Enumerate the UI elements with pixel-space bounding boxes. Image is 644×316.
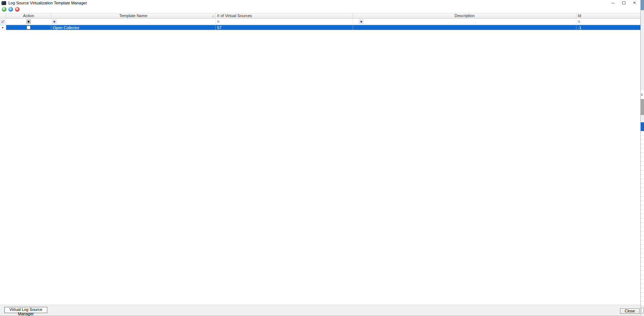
delete-template-button[interactable]: ✕ [15, 7, 20, 12]
description-cell [353, 25, 576, 30]
action-checkbox[interactable] [27, 25, 31, 29]
virtual-log-source-manager-button[interactable]: Virtual Log Source Manager [4, 307, 47, 313]
background-edge-text: c [641, 90, 644, 99]
add-template-button[interactable]: + [2, 7, 7, 12]
background-edge-panel [641, 10, 644, 90]
filter-row-indicator [0, 19, 6, 25]
background-edge-button-fragment [641, 308, 644, 313]
template-manager-window: Log Source Virtualization Template Manag… [0, 0, 641, 316]
column-header-action[interactable]: Action [6, 13, 51, 18]
column-label: Template Name [119, 13, 147, 18]
toolbar: + ✕ [0, 6, 640, 13]
equals-operator-icon[interactable]: = [217, 20, 219, 24]
background-edge-header [641, 0, 644, 10]
id-filter-cell[interactable]: = [576, 19, 640, 25]
column-header-description[interactable]: Description [353, 13, 576, 18]
filter-edit-pencil-icon [1, 20, 5, 24]
action-filter-checkbox[interactable] [27, 20, 31, 24]
column-label: Action [23, 13, 34, 18]
template-name-value: Open Collector [51, 25, 79, 30]
column-label: Description [455, 13, 475, 18]
close-icon: ✕ [633, 1, 636, 5]
background-edge-grid-rows [641, 131, 644, 305]
column-header-num-virtual-sources[interactable]: # of Virtual Sources [216, 13, 353, 18]
background-edge-gray-block [641, 99, 644, 115]
maximize-icon [622, 1, 625, 4]
num-virtual-sources-filter-cell[interactable]: = [216, 19, 353, 25]
edit-template-button[interactable] [8, 7, 13, 12]
column-header-template-name[interactable]: Template Name △ [51, 13, 216, 18]
indeterminate-mark-icon [28, 21, 29, 23]
id-value: -1 [576, 25, 581, 30]
template-name-filter-checkbox[interactable] [52, 20, 56, 24]
equals-operator-icon[interactable]: = [578, 20, 580, 24]
grid-filter-row: = = [0, 19, 640, 25]
row-indicator: ► [0, 25, 6, 30]
template-name-cell: Open Collector [51, 25, 216, 30]
x-icon: ✕ [16, 8, 19, 11]
description-filter-cell[interactable] [353, 19, 576, 25]
action-filter-cell[interactable] [6, 19, 51, 25]
pencil-icon [9, 8, 12, 10]
titlebar: Log Source Virtualization Template Manag… [0, 0, 640, 6]
column-header-id[interactable]: Id [576, 13, 640, 18]
action-cell [6, 25, 51, 30]
minimize-icon [611, 3, 615, 3]
indeterminate-mark-icon [53, 21, 55, 23]
num-virtual-sources-cell: 57 [216, 25, 353, 30]
column-label: Id [578, 13, 581, 18]
template-grid: Action Template Name △ # of Virtual Sour… [0, 13, 640, 30]
background-edge-panel [641, 115, 644, 122]
description-filter-checkbox[interactable] [359, 20, 363, 24]
window-controls: ✕ [607, 0, 640, 6]
table-row[interactable]: ► Open Collector 57 -1 [0, 25, 640, 30]
background-window-edge: c [641, 0, 644, 316]
sort-ascending-icon: △ [212, 14, 214, 18]
num-virtual-sources-value: 57 [216, 25, 221, 30]
grid-header-row: Action Template Name △ # of Virtual Sour… [0, 13, 640, 19]
app-icon [1, 1, 6, 5]
template-name-filter-cell[interactable] [51, 19, 216, 25]
row-indicator-header [0, 13, 6, 18]
close-dialog-button[interactable]: Close [620, 308, 640, 314]
id-cell: -1 [576, 25, 640, 30]
maximize-button[interactable] [618, 0, 629, 6]
close-button[interactable]: ✕ [629, 0, 640, 6]
background-edge-blue-block [641, 122, 644, 131]
column-label: # of Virtual Sources [217, 13, 252, 18]
background-edge-footer [641, 305, 644, 316]
window-title: Log Source Virtualization Template Manag… [8, 0, 87, 6]
indeterminate-mark-icon [360, 21, 362, 23]
minimize-button[interactable] [607, 0, 618, 6]
current-row-arrow-icon: ► [2, 26, 4, 29]
footer-bar: Virtual Log Source Manager Close [0, 305, 640, 315]
plus-icon: + [3, 8, 5, 11]
